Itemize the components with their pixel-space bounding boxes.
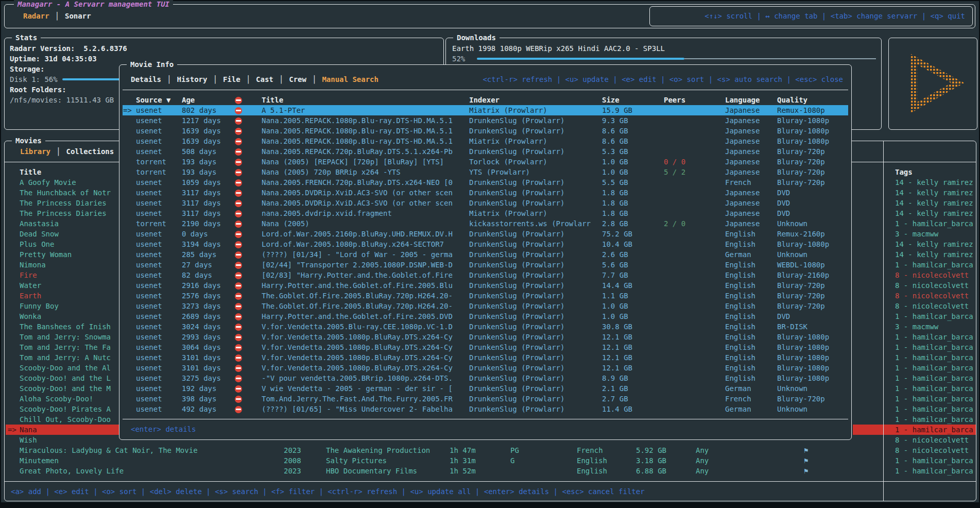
tab-crew[interactable]: Crew bbox=[289, 74, 306, 84]
tab-sonarr[interactable]: Sonarr bbox=[65, 11, 91, 21]
search-result-row[interactable]: usenet2993 daysV.for.Vendetta.2005.1080p… bbox=[123, 332, 848, 342]
col-quality[interactable]: Quality bbox=[777, 95, 807, 105]
cell-title: V wie Vendetta - 2005 - german - der sir… bbox=[262, 383, 453, 394]
col-age[interactable]: Age bbox=[182, 95, 195, 105]
movie-tag: 1 - hamilcar_barca bbox=[895, 414, 973, 425]
cell-size: 14.4 GB bbox=[602, 280, 632, 291]
search-result-row[interactable]: usenet3117 daysNana.2005.DVDRip.XviD.AC3… bbox=[123, 198, 848, 208]
cell-source: usenet bbox=[136, 373, 162, 383]
movie-title: The Banshees of Inish bbox=[20, 321, 111, 332]
col-title[interactable]: Title bbox=[262, 95, 283, 105]
cell-source: usenet bbox=[136, 208, 162, 218]
search-result-row[interactable]: usenet3273 daysThe.Goblet.Of.Fire.2005.B… bbox=[123, 301, 848, 311]
tab-collections[interactable]: Collections bbox=[66, 146, 114, 157]
search-result-row[interactable]: usenet1059 daysNana.2005.FRENCH.720p.Blu… bbox=[123, 177, 848, 188]
movie-rating: G bbox=[510, 455, 514, 466]
cell-language: Japanese bbox=[725, 115, 760, 126]
search-result-row[interactable]: usenet492 days(????) [01/65] - "Miss Und… bbox=[123, 404, 848, 414]
movie-title: Anastasia bbox=[20, 218, 59, 229]
cell-indexer: DrunkenSlug (Prowlarr) bbox=[469, 321, 564, 332]
search-result-row[interactable]: usenet3064 daysV.for.Vendetta.2005.1080p… bbox=[123, 342, 848, 352]
tab-divider: │ bbox=[50, 146, 66, 157]
search-result-row[interactable]: usenet3101 daysV.for.Vendetta.2005.1080p… bbox=[123, 363, 848, 373]
cell-size: 12.1 GB bbox=[602, 342, 632, 352]
movie-list-row[interactable]: Great Photo, Lovely Life2023HBO Document… bbox=[5, 466, 976, 476]
search-result-row[interactable]: usenet1639 daysNana.2005.REPACK.1080p.Bl… bbox=[123, 136, 848, 146]
cell-source: usenet bbox=[136, 136, 162, 146]
search-result-row[interactable]: usenet82 days[02/83] "Harry.Potter.and.t… bbox=[123, 270, 848, 280]
download-progress-remainder bbox=[684, 58, 876, 59]
cell-reject bbox=[235, 177, 242, 188]
movie-rating: PG bbox=[510, 445, 519, 455]
cell-quality: Unknown bbox=[777, 249, 807, 260]
search-result-row[interactable]: usenet2576 daysThe.Goblet.Of.Fire.2005.B… bbox=[123, 291, 848, 301]
tab-file[interactable]: File bbox=[223, 74, 240, 84]
search-result-row[interactable]: usenet3194 daysLord.of.War.2005.1080p.Bl… bbox=[123, 239, 848, 249]
cell-age: 508 days bbox=[182, 146, 216, 157]
search-result-row[interactable]: usenet2916 daysHarry.Potter.and.the.Gobl… bbox=[123, 280, 848, 291]
search-result-row[interactable]: usenet285 days(????) [01/34] - "Lord of … bbox=[123, 249, 848, 260]
reject-icon bbox=[235, 159, 242, 166]
cell-language: English bbox=[725, 291, 755, 301]
movie-title: Tom and Jerry: A Nutc bbox=[20, 352, 111, 363]
tab-divider: │ bbox=[240, 74, 256, 84]
cell-source: usenet bbox=[136, 126, 162, 136]
downloads-title: Downloads bbox=[453, 32, 500, 43]
cell-title: Nana.2005.REPACK.1080p.Blu-ray.DTS-HD.MA… bbox=[262, 115, 453, 126]
search-result-row[interactable]: usenet1639 daysNana.2005.REPACK.1080p.Bl… bbox=[123, 126, 848, 136]
movie-title: Nimona bbox=[20, 260, 46, 270]
search-result-row[interactable]: usenet27 days[02/44] "Transporter 2.2005… bbox=[123, 260, 848, 270]
search-result-row[interactable]: usenet1217 daysNana.2005.REPACK.1080p.Bl… bbox=[123, 115, 848, 126]
cell-peers: 0 / 0 bbox=[664, 157, 685, 167]
search-result-row[interactable]: usenet3117 daysNana.2005.DVDRip.XviD.AC3… bbox=[123, 188, 848, 198]
cell-indexer: DrunkenSlug (Prowlarr) bbox=[469, 342, 564, 352]
search-result-row[interactable]: usenet3117 daysnana.2005.dvdrip.xvid.fra… bbox=[123, 208, 848, 218]
tab-radarr[interactable]: Radarr bbox=[23, 11, 49, 21]
cell-title: Nana.2005.REPACK.720p.BluRay.DTS.5.1.x26… bbox=[262, 146, 453, 157]
cell-source: usenet bbox=[136, 352, 162, 363]
cell-quality: Bluray-1080p bbox=[777, 342, 829, 352]
col-source[interactable]: Source ▼ bbox=[136, 95, 170, 105]
search-result-row[interactable]: usenet508 daysNana.2005.REPACK.720p.BluR… bbox=[123, 146, 848, 157]
tab-library[interactable]: Library bbox=[20, 146, 50, 157]
reject-icon bbox=[235, 375, 242, 382]
movie-list-row[interactable]: Minutemen2008Salty Pictures1h 31mGEnglis… bbox=[5, 455, 976, 466]
movie-tag: 8 - nicolecolvett bbox=[895, 445, 969, 455]
cell-title: Nana.2005.REPACK.1080p.Blu-ray.DTS-HD.MA… bbox=[262, 136, 453, 146]
search-result-row[interactable]: usenet2689 daysHarry.Potter.and.the.Gobl… bbox=[123, 311, 848, 321]
cell-title: V.for.Vendetta.2005.1080p.BluRay.DTS.x26… bbox=[262, 342, 453, 352]
col-peers[interactable]: Peers bbox=[664, 95, 685, 105]
col-reject[interactable] bbox=[235, 95, 242, 105]
search-result-row[interactable]: torrent193 daysNana (2005) 720p BRRip x2… bbox=[123, 167, 848, 177]
col-size[interactable]: Size bbox=[602, 95, 620, 105]
cell-indexer: Miatrix (Prowlarr) bbox=[469, 136, 547, 146]
col-language[interactable]: Language bbox=[725, 95, 760, 105]
search-result-row[interactable]: torrent193 daysNana (2005) [REPACK] [720… bbox=[123, 157, 848, 167]
tab-manual-search[interactable]: Manual Search bbox=[322, 74, 379, 84]
movie-year: 2008 bbox=[284, 455, 301, 466]
search-result-row[interactable]: =>usenet802 daysA 5.1-PTerMiatrix (Prowl… bbox=[123, 105, 848, 115]
cell-size: 2.1 GB bbox=[602, 383, 628, 394]
search-result-row[interactable]: torrent2190 daysNana (2005)kickasstorren… bbox=[123, 218, 848, 229]
search-result-row[interactable]: usenet3101 daysV.for.Vendetta.2005.1080p… bbox=[123, 352, 848, 363]
reject-icon bbox=[235, 221, 242, 228]
search-result-row[interactable]: usenet192 daysV wie Vendetta - 2005 - ge… bbox=[123, 383, 848, 394]
reject-icon bbox=[235, 385, 242, 393]
search-result-row[interactable]: usenet3024 daysV.for.Vendetta.2005.Blu-r… bbox=[123, 321, 848, 332]
movie-tag: 8 - nicolecolvett bbox=[895, 291, 969, 301]
movie-tag: 14 - kelly ramirez bbox=[895, 208, 973, 218]
tab-details[interactable]: Details bbox=[131, 74, 161, 84]
tab-history[interactable]: History bbox=[177, 74, 207, 84]
search-result-row[interactable]: usenet0 daysLord.of.War.2005.2160p.BluRa… bbox=[123, 229, 848, 239]
col-indexer[interactable]: Indexer bbox=[469, 95, 500, 105]
search-result-row[interactable]: usenet398 daysTom.And.Jerry.The.Fast.And… bbox=[123, 394, 848, 404]
modal-keybinds: <ctrl-r> refresh | <u> update | <e> edit… bbox=[483, 74, 843, 84]
cell-reject bbox=[235, 105, 242, 115]
cell-title: [02/44] "Transporter 2.2005.1080P.DSNP.W… bbox=[262, 260, 453, 270]
cell-reject bbox=[235, 404, 242, 414]
cell-language: German bbox=[725, 249, 751, 260]
movie-list-row[interactable]: Miraculous: Ladybug & Cat Noir, The Movi… bbox=[5, 445, 976, 455]
managarr-logo-icon bbox=[895, 44, 972, 122]
tab-cast[interactable]: Cast bbox=[256, 74, 273, 84]
search-result-row[interactable]: usenet3275 days-"V pour vendetta.2005.BR… bbox=[123, 373, 848, 383]
